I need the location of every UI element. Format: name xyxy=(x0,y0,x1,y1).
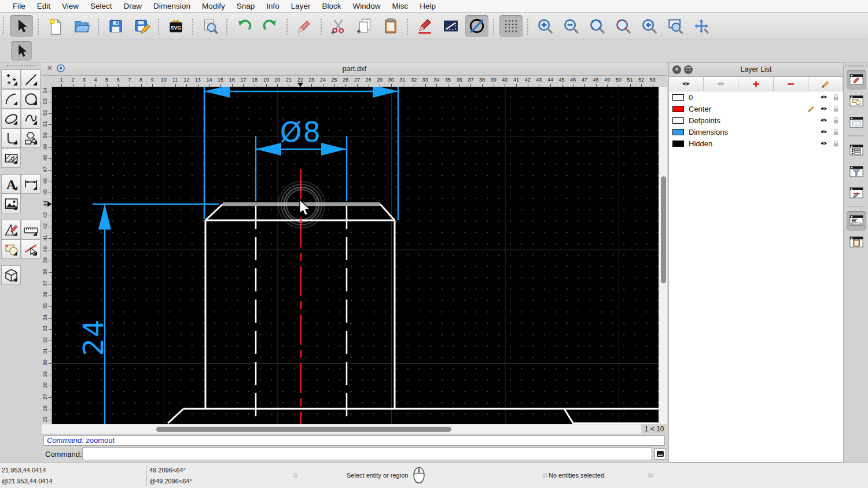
draw-image-button[interactable] xyxy=(1,194,21,213)
dock-layer-list-button[interactable] xyxy=(847,70,866,90)
menu-misc[interactable]: Misc xyxy=(387,0,414,13)
layer-lock-icon[interactable] xyxy=(832,116,840,125)
layer-panel-float-icon[interactable]: ❐ xyxy=(684,65,693,74)
dimension-text[interactable]: Ø8 xyxy=(280,116,322,148)
menu-dimension[interactable]: Dimension xyxy=(148,0,196,13)
menu-draw[interactable]: Draw xyxy=(118,0,148,13)
edit-layer-button[interactable] xyxy=(808,77,843,91)
layer-row-dimensions[interactable]: Dimensions xyxy=(669,126,843,138)
layer-color-swatch[interactable] xyxy=(672,129,684,135)
menu-file[interactable]: File xyxy=(7,0,31,13)
menu-modify[interactable]: Modify xyxy=(196,0,231,13)
select-tools-button[interactable] xyxy=(21,239,41,259)
zoom-auto-button[interactable] xyxy=(586,15,609,37)
layer-row-center[interactable]: Center xyxy=(669,103,843,114)
zoom-previous-button[interactable] xyxy=(612,15,635,37)
delete-eraser-button[interactable] xyxy=(293,15,316,37)
select-arrow-button[interactable] xyxy=(10,15,33,37)
cad-outline-line[interactable] xyxy=(205,204,223,220)
dock-pen-palette-button[interactable] xyxy=(847,183,866,203)
draw-polyline-button[interactable] xyxy=(1,128,21,148)
command-input[interactable] xyxy=(82,448,652,460)
draw-text-button[interactable]: A xyxy=(1,174,21,194)
horizontal-scrollbar-thumb[interactable] xyxy=(156,427,451,432)
vertical-scrollbar-thumb[interactable] xyxy=(661,176,666,283)
menu-snap[interactable]: Snap xyxy=(231,0,261,13)
toolbar-drag-handle[interactable] xyxy=(2,17,6,35)
menu-window[interactable]: Window xyxy=(347,0,387,13)
new-document-button[interactable] xyxy=(44,15,67,37)
dock-filter-button[interactable] xyxy=(847,162,866,182)
cad-outline-line[interactable] xyxy=(380,204,395,220)
circle-line-button[interactable] xyxy=(465,15,488,37)
layer-lock-icon[interactable] xyxy=(832,105,840,113)
draw-circle-button[interactable] xyxy=(21,89,41,109)
zoom-pan-button[interactable] xyxy=(690,15,713,37)
block-tools-button[interactable] xyxy=(1,239,21,259)
zoom-in-button[interactable] xyxy=(534,15,557,37)
dock-command-button[interactable] xyxy=(847,211,866,231)
draw-point-button[interactable] xyxy=(1,69,21,89)
layer-color-swatch[interactable] xyxy=(672,141,684,147)
hide-all-eye-button[interactable] xyxy=(704,77,738,91)
draw-hatch-button[interactable] xyxy=(1,148,21,168)
menu-select[interactable]: Select xyxy=(84,0,118,13)
layer-row-defpoints[interactable]: Defpoints xyxy=(669,114,843,126)
draw-dimension-button[interactable] xyxy=(21,174,41,194)
show-all-eye-button[interactable] xyxy=(669,77,704,91)
dock-library-button[interactable] xyxy=(847,113,866,132)
cut-button[interactable] xyxy=(327,15,350,37)
add-layer-button[interactable] xyxy=(738,77,773,91)
layer-color-swatch[interactable] xyxy=(672,117,684,124)
menu-edit[interactable]: Edit xyxy=(31,0,56,13)
draw-ellipse-button[interactable] xyxy=(1,109,21,128)
dock-clipboard-button[interactable] xyxy=(847,232,866,252)
grid-toggle-button[interactable] xyxy=(499,15,523,37)
current-tool-button[interactable] xyxy=(11,41,32,61)
redo-button[interactable] xyxy=(259,15,282,37)
copy-button[interactable] xyxy=(353,15,376,37)
horizontal-scrollbar[interactable] xyxy=(42,424,667,434)
layer-lock-icon[interactable] xyxy=(832,93,840,102)
draw-line-button[interactable] xyxy=(21,69,41,89)
paste-button[interactable] xyxy=(379,15,402,37)
menu-layer[interactable]: Layer xyxy=(285,0,317,13)
remove-layer-button[interactable] xyxy=(774,77,808,91)
menu-help[interactable]: Help xyxy=(414,0,442,13)
svg-export-button[interactable]: SVG xyxy=(164,15,187,37)
draw-pen-button[interactable] xyxy=(413,15,436,37)
dock-block-list-button[interactable] xyxy=(847,91,866,111)
save-as-button[interactable] xyxy=(130,15,153,37)
zoom-out-button[interactable] xyxy=(560,15,583,37)
drawing-canvas[interactable]: Ø824 xyxy=(52,87,659,424)
draw-arc-button[interactable] xyxy=(1,89,21,109)
layer-color-swatch[interactable] xyxy=(672,106,684,112)
layer-lock-icon[interactable] xyxy=(832,128,840,136)
menu-block[interactable]: Block xyxy=(317,0,347,13)
zoom-back-button[interactable] xyxy=(638,15,661,37)
cad-outline-line[interactable] xyxy=(168,409,183,423)
open-file-button[interactable] xyxy=(70,15,93,37)
measure-button[interactable] xyxy=(21,220,41,239)
vertical-scrollbar[interactable] xyxy=(659,87,667,424)
view-3d-button[interactable] xyxy=(1,265,21,285)
layer-panel-close-icon[interactable]: ✕ xyxy=(672,65,681,74)
ortho-line-button[interactable] xyxy=(439,15,462,37)
draft-tools-button[interactable] xyxy=(1,220,21,239)
menu-info[interactable]: Info xyxy=(260,0,285,13)
layer-row-hidden[interactable]: Hidden xyxy=(669,138,843,149)
dock-entity-list-button[interactable] xyxy=(847,141,866,160)
dock-drag-handle[interactable] xyxy=(844,65,868,68)
draw-spline-button[interactable] xyxy=(21,109,41,128)
command-keyboard-button[interactable] xyxy=(654,448,666,460)
palette-drag-handle[interactable] xyxy=(6,65,36,68)
draw-polygon-button[interactable] xyxy=(21,128,41,148)
dimension-text[interactable]: 24 xyxy=(77,318,109,356)
zoom-window-button[interactable] xyxy=(664,15,687,37)
layer-color-swatch[interactable] xyxy=(672,94,684,101)
tab-close-button[interactable]: ✕ xyxy=(46,64,54,72)
menu-view[interactable]: View xyxy=(56,0,84,13)
layer-row-0[interactable]: 0 xyxy=(669,91,843,103)
save-button[interactable] xyxy=(104,15,127,37)
print-preview-button[interactable] xyxy=(198,15,222,37)
